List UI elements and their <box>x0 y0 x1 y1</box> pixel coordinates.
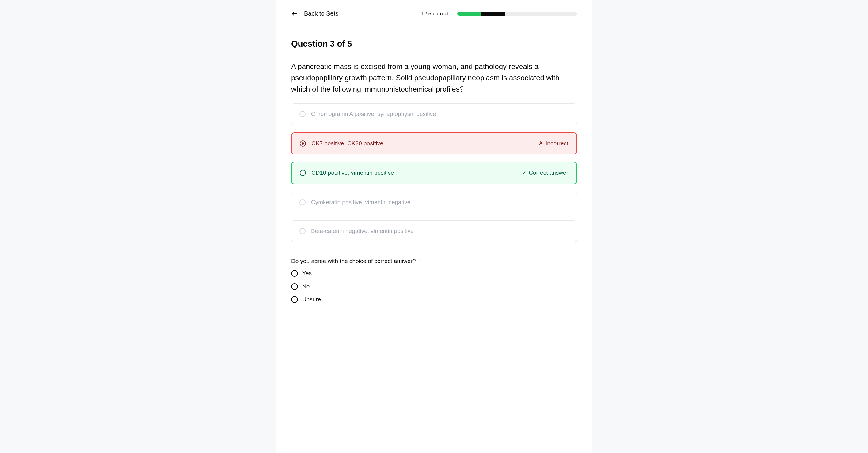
status-text: Correct answer <box>529 169 568 178</box>
agree-option-no[interactable]: No <box>291 282 577 291</box>
agree-option-yes[interactable]: Yes <box>291 269 577 278</box>
arrow-left-icon <box>291 10 298 17</box>
agree-option-unsure[interactable]: Unsure <box>291 295 577 304</box>
radio-icon <box>300 170 306 176</box>
back-label: Back to Sets <box>304 10 338 17</box>
answer-option-correct[interactable]: CD10 positive, vimentin positive ✓ Corre… <box>291 162 577 184</box>
progress-bar <box>457 12 577 16</box>
progress-segment-correct <box>457 12 481 16</box>
answer-option[interactable]: Cytokeratin positive, vimentin negative <box>291 191 577 213</box>
status-badge: ✓ Correct answer <box>522 169 568 178</box>
answers-list: Chromogranin A positive, synaptophysin p… <box>291 103 577 242</box>
radio-icon <box>291 270 298 277</box>
answer-label: CK7 positive, CK20 positive <box>311 139 533 148</box>
question-prompt: A pancreatic mass is excised from a youn… <box>291 61 577 95</box>
agree-option-label: Unsure <box>302 295 321 304</box>
x-icon: ✗ <box>539 141 543 146</box>
agree-block: Do you agree with the choice of correct … <box>291 257 577 304</box>
radio-icon <box>291 296 298 303</box>
answer-label: Cytokeratin positive, vimentin negative <box>311 198 568 207</box>
radio-icon <box>291 283 298 290</box>
question-heading: Question 3 of 5 <box>291 37 577 50</box>
answer-option-selected-incorrect[interactable]: CK7 positive, CK20 positive ✗ Incorrect <box>291 132 577 155</box>
answer-option[interactable]: Beta-catenin negative, vimentin positive <box>291 220 577 242</box>
answer-option[interactable]: Chromogranin A positive, synaptophysin p… <box>291 103 577 125</box>
progress-area: 1 / 5 correct <box>421 10 577 18</box>
agree-option-label: No <box>302 282 310 291</box>
topbar: Back to Sets 1 / 5 correct <box>291 0 577 20</box>
radio-icon <box>300 140 306 147</box>
status-badge: ✗ Incorrect <box>539 139 568 148</box>
radio-icon <box>300 199 306 205</box>
quiz-card: Back to Sets 1 / 5 correct Question 3 of… <box>276 0 592 453</box>
agree-prompt: Do you agree with the choice of correct … <box>291 258 416 264</box>
check-icon: ✓ <box>522 171 526 176</box>
agree-option-label: Yes <box>302 269 312 278</box>
answer-label: Chromogranin A positive, synaptophysin p… <box>311 110 568 119</box>
answer-label: CD10 positive, vimentin positive <box>311 169 517 178</box>
radio-icon <box>300 228 306 234</box>
radio-icon <box>300 111 306 117</box>
agree-options: Yes No Unsure <box>291 269 577 304</box>
answer-label: Beta-catenin negative, vimentin positive <box>311 227 568 236</box>
back-to-sets-button[interactable]: Back to Sets <box>291 10 338 17</box>
required-star: * <box>419 259 421 264</box>
progress-text: 1 / 5 correct <box>421 10 449 18</box>
status-text: Incorrect <box>546 139 568 148</box>
progress-segment-incorrect <box>481 12 505 16</box>
